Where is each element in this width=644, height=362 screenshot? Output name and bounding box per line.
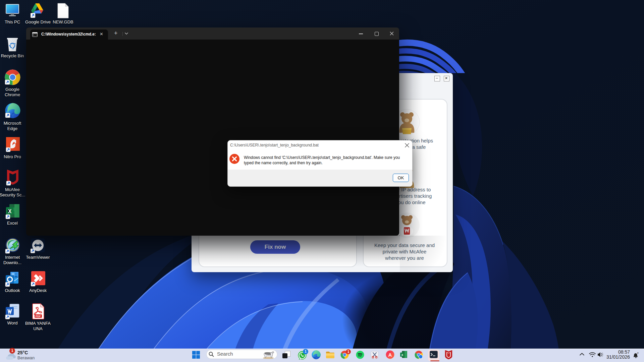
svg-text:PDF: PDF — [36, 315, 41, 318]
svg-text:X: X — [401, 353, 403, 357]
svg-text:X: X — [8, 208, 12, 214]
svg-text:C:\: C:\ — [33, 34, 37, 37]
svg-text:z: z — [637, 352, 639, 354]
svg-text:A: A — [388, 352, 392, 358]
